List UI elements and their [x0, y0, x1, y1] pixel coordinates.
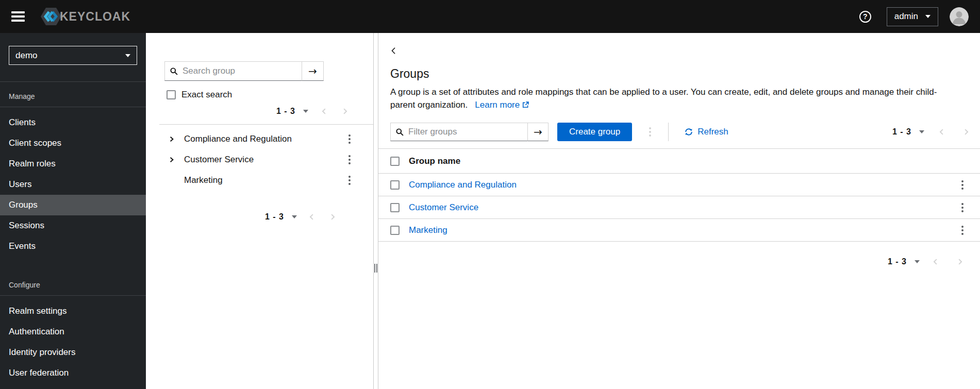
groups-tree-panel: → Exact search 1 - 3 [146, 33, 373, 389]
chevron-down-icon [292, 215, 297, 221]
pagination-range-dropdown[interactable]: 1 - 3 [892, 127, 924, 137]
group-link-compliance-and-regulation[interactable]: Compliance and Regulation [409, 180, 517, 190]
exact-search-label: Exact search [181, 90, 232, 100]
divider [159, 124, 373, 125]
sidebar-item-realm-settings[interactable]: Realm settings [0, 301, 146, 322]
kebab-menu-icon[interactable] [959, 178, 966, 192]
row-checkbox[interactable] [390, 203, 400, 212]
refresh-icon [685, 128, 693, 136]
kebab-menu-icon[interactable] [346, 132, 353, 146]
tree-pagination-top: 1 - 3 [146, 107, 373, 116]
sidebar-item-authentication[interactable]: Authentication [0, 322, 146, 342]
exact-search-checkbox[interactable] [167, 90, 176, 99]
tree-item-customer-service[interactable]: Customer Service [146, 149, 373, 170]
pagination-prev-button[interactable] [938, 128, 945, 136]
help-icon[interactable]: ? [859, 11, 871, 23]
table-header-row: Group name [378, 148, 980, 174]
sidebar-item-users[interactable]: Users [0, 174, 146, 195]
pagination-next-button[interactable] [329, 213, 336, 221]
table-pagination-bottom: 1 - 3 [378, 257, 980, 266]
table-pagination-top: 1 - 3 [892, 127, 970, 137]
sidebar-item-realm-roles[interactable]: Realm roles [0, 154, 146, 174]
table-row: Marketing [378, 219, 980, 242]
pagination-range-dropdown[interactable]: 1 - 3 [265, 212, 297, 222]
chevron-down-icon [915, 260, 920, 266]
groups-table: Group name Compliance and Regulation Cus… [378, 148, 980, 242]
search-icon [170, 67, 178, 75]
tree-search-submit-button[interactable]: → [302, 61, 324, 81]
select-all-checkbox[interactable] [390, 157, 400, 166]
chevron-down-icon [125, 54, 130, 60]
sidebar-item-client-scopes[interactable]: Client scopes [0, 133, 146, 154]
table-row: Customer Service [378, 196, 980, 219]
filter-groups-input[interactable] [408, 127, 522, 137]
row-checkbox[interactable] [390, 180, 400, 190]
keycloak-admin-console: KEYCLOAK ? admin demo Manage Cli [0, 0, 980, 389]
pagination-range-dropdown[interactable]: 1 - 3 [276, 107, 308, 116]
pagination-next-button[interactable] [962, 128, 970, 136]
pagination-range-dropdown[interactable]: 1 - 3 [888, 257, 920, 266]
chevron-down-icon [925, 15, 931, 21]
pagination-prev-button[interactable] [321, 108, 328, 115]
search-icon [396, 128, 404, 136]
panel-resize-splitter[interactable] [373, 33, 378, 389]
tree-search-box [164, 61, 302, 81]
tree-item-compliance-and-regulation[interactable]: Compliance and Regulation [146, 129, 373, 149]
user-dropdown-label: admin [894, 11, 918, 22]
brand-logo: KEYCLOAK [40, 7, 130, 26]
nav-toggle-button[interactable] [11, 11, 25, 22]
create-group-button[interactable]: Create group [557, 123, 632, 141]
filter-submit-button[interactable]: → [527, 123, 549, 141]
pagination-prev-button[interactable] [308, 213, 315, 221]
expand-chevron-icon[interactable] [169, 157, 184, 163]
refresh-label: Refresh [697, 127, 728, 137]
user-dropdown[interactable]: admin [887, 7, 938, 26]
keycloak-hexagon-icon [40, 7, 62, 26]
column-header-group-name: Group name [409, 156, 460, 166]
pagination-next-button[interactable] [341, 108, 348, 115]
group-link-customer-service[interactable]: Customer Service [409, 202, 478, 213]
sidebar-item-clients[interactable]: Clients [0, 112, 146, 133]
sidebar-item-identity-providers[interactable]: Identity providers [0, 342, 146, 363]
brand-name: KEYCLOAK [60, 10, 130, 24]
chevron-down-icon [919, 130, 924, 136]
realm-selector[interactable]: demo [9, 46, 137, 65]
expand-chevron-icon[interactable] [169, 136, 184, 142]
chevron-down-icon [303, 110, 308, 115]
refresh-button[interactable]: Refresh [685, 127, 728, 137]
nav-section-configure: Configure [0, 270, 146, 296]
kebab-menu-icon[interactable] [959, 201, 966, 214]
row-checkbox[interactable] [390, 226, 400, 235]
realm-selector-label: demo [15, 50, 38, 61]
sidebar-item-groups[interactable]: Groups [0, 195, 146, 215]
drag-handle-icon[interactable] [374, 264, 377, 273]
sidebar-item-events[interactable]: Events [0, 236, 146, 257]
nav-section-manage: Manage [0, 82, 146, 107]
pagination-next-button[interactable] [956, 258, 964, 265]
divider [668, 123, 669, 141]
learn-more-link[interactable]: Learn more [475, 100, 529, 110]
toolbar-kebab-menu-icon[interactable] [647, 125, 653, 139]
page-description: A group is a set of attributes and role … [390, 86, 960, 112]
kebab-menu-icon[interactable] [346, 174, 353, 187]
masthead: KEYCLOAK ? admin [0, 0, 980, 33]
group-link-marketing[interactable]: Marketing [409, 225, 447, 235]
sidebar-item-user-federation[interactable]: User federation [0, 363, 146, 383]
collapse-panel-button[interactable] [390, 47, 397, 55]
tree-pagination-bottom: 1 - 3 [146, 212, 373, 222]
external-link-icon [522, 100, 529, 110]
kebab-menu-icon[interactable] [959, 224, 966, 237]
table-row: Compliance and Regulation [378, 174, 980, 196]
tree-item-marketing[interactable]: Marketing [146, 170, 373, 191]
kebab-menu-icon[interactable] [346, 153, 353, 166]
tree-search-input[interactable] [182, 66, 296, 76]
pagination-prev-button[interactable] [932, 258, 939, 265]
avatar[interactable] [950, 7, 969, 26]
page-title: Groups [390, 67, 980, 81]
sidebar-nav: demo Manage Clients Client scopes Realm … [0, 33, 146, 389]
sidebar-item-sessions[interactable]: Sessions [0, 215, 146, 236]
groups-toolbar: → Create group Refresh [378, 123, 980, 141]
groups-main-panel: Groups A group is a set of attributes an… [378, 33, 980, 389]
filter-box [390, 123, 528, 141]
